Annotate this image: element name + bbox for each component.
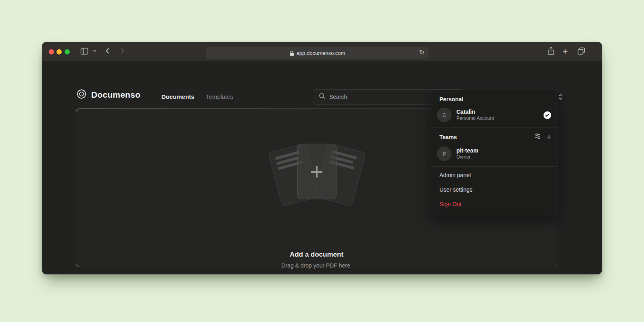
menu-divider [431, 128, 558, 128]
chevrons-up-down-icon [558, 93, 563, 101]
document-card-center-icon: + [297, 144, 337, 199]
team-name: pit-team [456, 147, 551, 154]
add-plus-icon: + [298, 144, 336, 199]
personal-account-subtitle: Personal Account [456, 115, 539, 121]
menu-item-admin-panel[interactable]: Admin panel [431, 168, 558, 182]
menu-item-user-settings[interactable]: User settings [431, 182, 558, 197]
reload-icon[interactable]: ↻ [419, 48, 424, 56]
tab-overview-icon[interactable] [577, 47, 585, 55]
nav-templates[interactable]: Templates [206, 93, 233, 100]
create-team-icon[interactable]: + [547, 133, 551, 141]
app-header: Documenso Documents Templates Search ⌘+K… [42, 61, 602, 94]
selected-check-icon [544, 111, 551, 119]
teams-heading: Teams [439, 134, 534, 140]
brand[interactable]: Documenso [76, 88, 140, 101]
share-icon[interactable] [547, 46, 555, 56]
dropzone-title: Add a document [76, 251, 557, 259]
personal-account-name: Catalin [456, 109, 539, 115]
documenso-logo-icon [76, 88, 87, 101]
nav-documents[interactable]: Documents [161, 93, 194, 100]
team-item[interactable]: P pit-team Owner [431, 144, 558, 165]
dropzone-subtitle: Drag & drop your PDF here. [76, 262, 557, 269]
back-button[interactable] [104, 47, 111, 55]
avatar: P [437, 146, 452, 161]
address-bar[interactable]: app.documenso.com ↻ [206, 47, 429, 59]
address-text: app.documenso.com [297, 50, 345, 56]
search-placeholder: Search [329, 94, 440, 100]
account-dropdown-menu: Personal C Catalin Personal Account Team… [431, 90, 558, 215]
forward-button[interactable] [119, 47, 126, 55]
lock-icon [289, 50, 294, 56]
brand-name: Documenso [91, 90, 140, 100]
personal-account-item[interactable]: C Catalin Personal Account [431, 106, 558, 126]
manage-teams-icon[interactable] [534, 133, 541, 141]
close-window-button[interactable] [49, 49, 54, 54]
zoom-window-button[interactable] [65, 49, 70, 54]
menu-item-sign-out[interactable]: Sign Out [431, 197, 558, 211]
browser-window: app.documenso.com ↻ + [42, 42, 602, 274]
sidebar-toggle-icon[interactable] [80, 47, 89, 56]
teams-section-heading-row: Teams + [431, 129, 558, 144]
minimize-window-button[interactable] [56, 49, 62, 54]
menu-divider [431, 166, 558, 167]
avatar: C [437, 108, 452, 122]
personal-section-heading: Personal [431, 94, 558, 106]
sidebar-chevron-down-icon[interactable] [93, 49, 97, 52]
browser-titlebar: app.documenso.com ↻ + [42, 42, 602, 61]
search-icon [319, 93, 326, 101]
team-role: Owner [456, 154, 551, 160]
new-tab-icon[interactable]: + [562, 46, 568, 57]
